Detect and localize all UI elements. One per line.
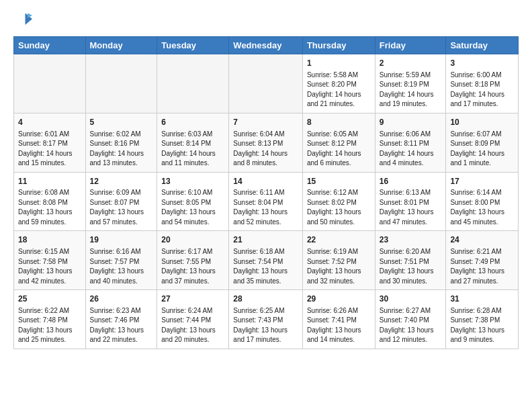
day-number: 5 <box>90 117 153 128</box>
day-info: Sunrise: 6:06 AM Sunset: 8:11 PM Dayligh… <box>380 130 442 169</box>
day-info: Sunrise: 6:15 AM Sunset: 7:58 PM Dayligh… <box>18 247 81 286</box>
header <box>13 11 519 30</box>
calendar-cell: 7Sunrise: 6:04 AM Sunset: 8:13 PM Daylig… <box>229 113 303 172</box>
calendar-cell <box>14 54 86 113</box>
day-info: Sunrise: 6:13 AM Sunset: 8:01 PM Dayligh… <box>380 188 442 227</box>
day-info: Sunrise: 6:24 AM Sunset: 7:44 PM Dayligh… <box>161 306 224 345</box>
calendar-cell <box>157 54 229 113</box>
calendar-cell: 11Sunrise: 6:08 AM Sunset: 8:08 PM Dayli… <box>14 172 86 231</box>
calendar-cell: 2Sunrise: 5:59 AM Sunset: 8:19 PM Daylig… <box>375 54 446 113</box>
day-info: Sunrise: 6:21 AM Sunset: 7:49 PM Dayligh… <box>450 247 514 286</box>
day-info: Sunrise: 6:27 AM Sunset: 7:40 PM Dayligh… <box>380 306 442 345</box>
day-number: 25 <box>18 293 81 305</box>
page: SundayMondayTuesdayWednesdayThursdayFrid… <box>0 0 532 360</box>
day-info: Sunrise: 6:16 AM Sunset: 7:57 PM Dayligh… <box>90 247 153 286</box>
day-info: Sunrise: 6:10 AM Sunset: 8:05 PM Dayligh… <box>161 188 224 227</box>
day-info: Sunrise: 6:28 AM Sunset: 7:38 PM Dayligh… <box>450 306 514 345</box>
day-number: 16 <box>380 176 442 187</box>
day-number: 27 <box>161 293 224 305</box>
day-info: Sunrise: 6:07 AM Sunset: 8:09 PM Dayligh… <box>450 130 514 169</box>
day-number: 9 <box>380 117 442 128</box>
calendar-cell: 24Sunrise: 6:21 AM Sunset: 7:49 PM Dayli… <box>446 231 519 290</box>
day-number: 1 <box>307 58 371 69</box>
day-info: Sunrise: 6:18 AM Sunset: 7:54 PM Dayligh… <box>233 247 298 286</box>
calendar-cell: 26Sunrise: 6:23 AM Sunset: 7:46 PM Dayli… <box>85 290 157 349</box>
calendar-cell: 16Sunrise: 6:13 AM Sunset: 8:01 PM Dayli… <box>375 172 446 231</box>
calendar-cell: 29Sunrise: 6:26 AM Sunset: 7:41 PM Dayli… <box>302 290 375 349</box>
day-info: Sunrise: 6:11 AM Sunset: 8:04 PM Dayligh… <box>233 188 298 227</box>
day-number: 13 <box>161 176 224 187</box>
day-number: 8 <box>307 117 371 128</box>
day-number: 31 <box>450 293 514 305</box>
calendar-cell: 28Sunrise: 6:25 AM Sunset: 7:43 PM Dayli… <box>229 290 303 349</box>
calendar-cell: 22Sunrise: 6:19 AM Sunset: 7:52 PM Dayli… <box>302 231 375 290</box>
day-number: 19 <box>90 234 153 246</box>
logo-icon <box>13 11 32 30</box>
calendar-week-2: 4Sunrise: 6:01 AM Sunset: 8:17 PM Daylig… <box>14 113 519 172</box>
calendar-cell: 15Sunrise: 6:12 AM Sunset: 8:02 PM Dayli… <box>302 172 375 231</box>
day-number: 24 <box>450 234 514 246</box>
calendar-cell <box>85 54 157 113</box>
day-info: Sunrise: 6:25 AM Sunset: 7:43 PM Dayligh… <box>233 306 298 345</box>
day-info: Sunrise: 6:09 AM Sunset: 8:07 PM Dayligh… <box>90 188 153 227</box>
calendar-cell: 6Sunrise: 6:03 AM Sunset: 8:14 PM Daylig… <box>157 113 229 172</box>
day-info: Sunrise: 6:14 AM Sunset: 8:00 PM Dayligh… <box>450 188 514 227</box>
day-number: 26 <box>90 293 153 305</box>
day-number: 4 <box>18 117 81 128</box>
day-number: 21 <box>233 234 298 246</box>
calendar-cell: 8Sunrise: 6:05 AM Sunset: 8:12 PM Daylig… <box>302 113 375 172</box>
day-header-tuesday: Tuesday <box>157 37 229 54</box>
day-header-sunday: Sunday <box>14 37 86 54</box>
day-number: 3 <box>450 58 514 69</box>
calendar-cell: 31Sunrise: 6:28 AM Sunset: 7:38 PM Dayli… <box>446 290 519 349</box>
day-info: Sunrise: 6:02 AM Sunset: 8:16 PM Dayligh… <box>90 130 153 169</box>
day-info: Sunrise: 6:03 AM Sunset: 8:14 PM Dayligh… <box>161 130 224 169</box>
day-info: Sunrise: 6:00 AM Sunset: 8:18 PM Dayligh… <box>450 71 514 109</box>
day-info: Sunrise: 6:22 AM Sunset: 7:48 PM Dayligh… <box>18 306 81 345</box>
calendar-cell: 19Sunrise: 6:16 AM Sunset: 7:57 PM Dayli… <box>85 231 157 290</box>
calendar-cell: 4Sunrise: 6:01 AM Sunset: 8:17 PM Daylig… <box>14 113 86 172</box>
calendar-cell: 5Sunrise: 6:02 AM Sunset: 8:16 PM Daylig… <box>85 113 157 172</box>
day-number: 2 <box>380 58 442 69</box>
calendar-header-row: SundayMondayTuesdayWednesdayThursdayFrid… <box>14 37 519 54</box>
day-info: Sunrise: 6:20 AM Sunset: 7:51 PM Dayligh… <box>380 247 442 286</box>
day-info: Sunrise: 6:19 AM Sunset: 7:52 PM Dayligh… <box>307 247 371 286</box>
day-info: Sunrise: 6:01 AM Sunset: 8:17 PM Dayligh… <box>18 130 81 169</box>
day-header-thursday: Thursday <box>302 37 375 54</box>
calendar-week-4: 18Sunrise: 6:15 AM Sunset: 7:58 PM Dayli… <box>14 231 519 290</box>
day-number: 6 <box>161 117 224 128</box>
calendar-week-3: 11Sunrise: 6:08 AM Sunset: 8:08 PM Dayli… <box>14 172 519 231</box>
day-info: Sunrise: 6:17 AM Sunset: 7:55 PM Dayligh… <box>161 247 224 286</box>
calendar-cell: 13Sunrise: 6:10 AM Sunset: 8:05 PM Dayli… <box>157 172 229 231</box>
calendar-cell: 9Sunrise: 6:06 AM Sunset: 8:11 PM Daylig… <box>375 113 446 172</box>
calendar-cell: 12Sunrise: 6:09 AM Sunset: 8:07 PM Dayli… <box>85 172 157 231</box>
calendar-cell: 18Sunrise: 6:15 AM Sunset: 7:58 PM Dayli… <box>14 231 86 290</box>
day-info: Sunrise: 6:05 AM Sunset: 8:12 PM Dayligh… <box>307 130 371 169</box>
day-info: Sunrise: 6:26 AM Sunset: 7:41 PM Dayligh… <box>307 306 371 345</box>
day-number: 20 <box>161 234 224 246</box>
calendar-cell: 3Sunrise: 6:00 AM Sunset: 8:18 PM Daylig… <box>446 54 519 113</box>
day-number: 29 <box>307 293 371 305</box>
calendar: SundayMondayTuesdayWednesdayThursdayFrid… <box>13 36 519 349</box>
calendar-cell: 30Sunrise: 6:27 AM Sunset: 7:40 PM Dayli… <box>375 290 446 349</box>
calendar-cell: 25Sunrise: 6:22 AM Sunset: 7:48 PM Dayli… <box>14 290 86 349</box>
day-number: 17 <box>450 176 514 187</box>
day-number: 15 <box>307 176 371 187</box>
logo <box>13 11 35 30</box>
calendar-cell: 17Sunrise: 6:14 AM Sunset: 8:00 PM Dayli… <box>446 172 519 231</box>
calendar-cell: 10Sunrise: 6:07 AM Sunset: 8:09 PM Dayli… <box>446 113 519 172</box>
calendar-cell: 14Sunrise: 6:11 AM Sunset: 8:04 PM Dayli… <box>229 172 303 231</box>
day-header-monday: Monday <box>85 37 157 54</box>
calendar-week-1: 1Sunrise: 5:58 AM Sunset: 8:20 PM Daylig… <box>14 54 519 113</box>
calendar-cell: 1Sunrise: 5:58 AM Sunset: 8:20 PM Daylig… <box>302 54 375 113</box>
calendar-cell: 21Sunrise: 6:18 AM Sunset: 7:54 PM Dayli… <box>229 231 303 290</box>
calendar-week-5: 25Sunrise: 6:22 AM Sunset: 7:48 PM Dayli… <box>14 290 519 349</box>
day-info: Sunrise: 6:23 AM Sunset: 7:46 PM Dayligh… <box>90 306 153 345</box>
day-header-friday: Friday <box>375 37 446 54</box>
day-header-wednesday: Wednesday <box>229 37 303 54</box>
calendar-cell: 27Sunrise: 6:24 AM Sunset: 7:44 PM Dayli… <box>157 290 229 349</box>
day-number: 23 <box>380 234 442 246</box>
calendar-cell <box>229 54 303 113</box>
day-number: 28 <box>233 293 298 305</box>
calendar-cell: 20Sunrise: 6:17 AM Sunset: 7:55 PM Dayli… <box>157 231 229 290</box>
